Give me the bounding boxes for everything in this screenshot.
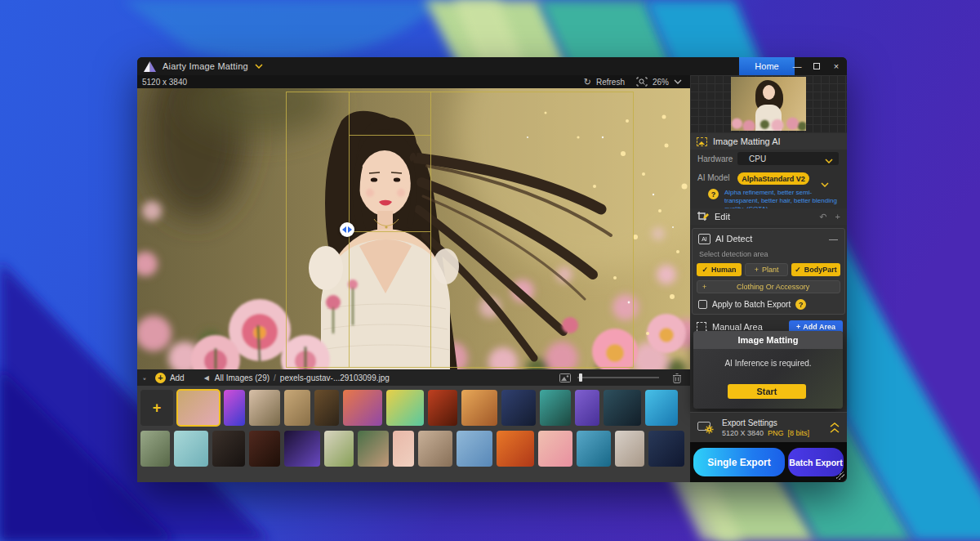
thumbnail[interactable] — [428, 390, 457, 426]
batch-export-button[interactable]: Batch Export — [788, 448, 844, 476]
thumbnail[interactable] — [212, 431, 245, 467]
export-format: PNG — [768, 429, 784, 437]
check-icon: ✓ — [795, 266, 801, 274]
add-edit-icon[interactable]: + — [835, 212, 840, 222]
canvas-column: 5120 x 3840 ↻ Refresh 26% — [137, 75, 690, 482]
thumbnail[interactable] — [575, 390, 599, 426]
thumbnail[interactable] — [358, 431, 389, 467]
maximize-button[interactable] — [811, 61, 822, 71]
export-button-area: Single Export Batch Export — [690, 442, 847, 482]
canvas-info-bar: 5120 x 3840 ↻ Refresh 26% — [137, 75, 690, 88]
detect-human-label: Human — [711, 266, 737, 274]
thumbnail[interactable] — [497, 431, 534, 467]
collapse-strip-icon[interactable]: ⌄⌄ — [142, 376, 147, 380]
plus-icon: + — [796, 323, 800, 331]
section-export-settings[interactable]: Export Settings 5120 X 3840 PNG [8 bits] — [690, 412, 847, 442]
photo-woman-in-flower-field — [137, 88, 690, 369]
export-settings-title: Export Settings — [722, 418, 809, 427]
help-question-icon[interactable]: ? — [708, 189, 719, 199]
thumbnail[interactable] — [343, 390, 382, 426]
title-bar: Aiarty Image Matting Home — × — [137, 57, 847, 75]
thumbnail[interactable] — [174, 431, 208, 467]
thumbnail[interactable] — [249, 431, 280, 467]
apply-batch-checkbox[interactable] — [698, 300, 707, 309]
compare-left-arrow-icon — [342, 226, 346, 233]
zoom-magnifier-icon[interactable] — [636, 77, 648, 87]
detect-plant-button[interactable]: + Plant — [745, 263, 788, 276]
breadcrumb-filename: pexels-gustav-...29103099.jpg — [280, 373, 390, 382]
thumbnail[interactable] — [418, 431, 452, 467]
section-edit: Edit ↶ + — [690, 208, 847, 225]
thumbnail[interactable] — [284, 431, 320, 467]
start-button[interactable]: Start — [728, 384, 806, 399]
hardware-chevron-down-icon — [825, 156, 833, 165]
thumbnail[interactable] — [314, 390, 339, 426]
thumbnail-size-slider[interactable] — [577, 377, 659, 378]
single-export-button[interactable]: Single Export — [693, 448, 785, 476]
thumbnail[interactable] — [501, 390, 536, 426]
add-image-tile[interactable]: + — [140, 390, 173, 426]
thumbnail[interactable] — [461, 390, 497, 426]
zoom-level[interactable]: 26% — [653, 78, 669, 87]
thumbnail[interactable] — [249, 390, 280, 426]
filmstrip-row-2 — [140, 431, 684, 467]
image-resolution: 5120 x 3840 — [142, 78, 187, 87]
app-title: Aiarty Image Matting — [163, 61, 248, 71]
thumbnail[interactable] — [577, 431, 611, 467]
detect-human-button[interactable]: ✓ Human — [697, 263, 742, 276]
thumbnail[interactable] — [604, 390, 641, 426]
hardware-select[interactable]: CPU — [737, 152, 839, 165]
thumbnail[interactable] — [224, 390, 245, 426]
title-chevron-down-icon[interactable] — [255, 64, 263, 69]
ai-detect-title: AI Detect — [715, 234, 752, 244]
detect-bodypart-button[interactable]: ✓ BodyPart — [791, 263, 840, 276]
undo-icon[interactable]: ↶ — [819, 212, 826, 222]
thumbnail[interactable] — [645, 390, 678, 426]
preview-thumbnail[interactable] — [731, 77, 806, 131]
thumbnail[interactable] — [386, 390, 424, 426]
thumbnail[interactable] — [540, 390, 571, 426]
zoom-chevron-down-icon[interactable] — [674, 79, 682, 84]
breadcrumb-all-images[interactable]: All Images (29) — [215, 373, 270, 382]
thumbnail[interactable] — [648, 431, 684, 467]
thumbnail-size-icon — [559, 373, 571, 382]
add-image-button[interactable]: Add — [170, 373, 185, 382]
thumbnail[interactable] — [284, 390, 310, 426]
back-arrow-icon[interactable]: ◀ — [204, 374, 209, 382]
thumbnail[interactable] — [457, 431, 492, 467]
export-resolution: 5120 X 3840 — [722, 429, 764, 437]
compare-right-arrow-icon — [348, 226, 352, 233]
section-ai-detect: AI AI Detect — Select detection area ✓ H… — [692, 228, 845, 315]
thumbnail-selected[interactable] — [177, 390, 220, 426]
detect-clothing-button[interactable]: + Clothing Or Accessory — [697, 280, 840, 293]
image-canvas[interactable] — [137, 88, 690, 369]
thumbnail[interactable] — [324, 431, 354, 467]
compare-slider-handle[interactable] — [340, 222, 354, 237]
window-controls: — × — [791, 57, 842, 75]
hardware-value: CPU — [749, 154, 766, 163]
minimize-button[interactable]: — — [791, 61, 803, 71]
thumbnail[interactable] — [140, 431, 170, 467]
trash-icon[interactable] — [672, 373, 682, 383]
ai-model-pill[interactable]: AlphaStandard V2 — [737, 172, 809, 185]
collapse-section-icon[interactable]: — — [829, 234, 838, 244]
right-panel: Image Matting AI Hardware CPU AI Model A… — [690, 75, 847, 482]
thumbnail[interactable] — [538, 431, 572, 467]
image-matting-dialog: Image Matting AI Inference is required. … — [693, 331, 843, 409]
add-image-icon[interactable]: + — [155, 373, 166, 383]
batch-help-question-icon[interactable]: ? — [795, 299, 806, 310]
refresh-button[interactable]: Refresh — [596, 78, 625, 87]
dialog-message: AI Inference is required. — [693, 359, 843, 368]
resize-gripper[interactable] — [836, 472, 844, 480]
expand-export-chevrons-icon[interactable] — [830, 423, 840, 433]
thumbnail[interactable] — [393, 431, 414, 467]
ai-model-value: AlphaStandard V2 — [742, 175, 805, 183]
thumbnail[interactable] — [615, 431, 644, 467]
preview-flowers-shape — [731, 113, 806, 131]
slider-knob[interactable] — [579, 373, 582, 382]
close-button[interactable]: × — [831, 61, 842, 71]
filmstrip-toolbar: ⌄⌄ + Add ◀ All Images (29) / pexels-gust… — [137, 369, 690, 386]
refresh-icon[interactable]: ↻ — [584, 77, 591, 87]
app-logo-icon — [144, 61, 156, 72]
tab-home[interactable]: Home — [739, 57, 795, 75]
